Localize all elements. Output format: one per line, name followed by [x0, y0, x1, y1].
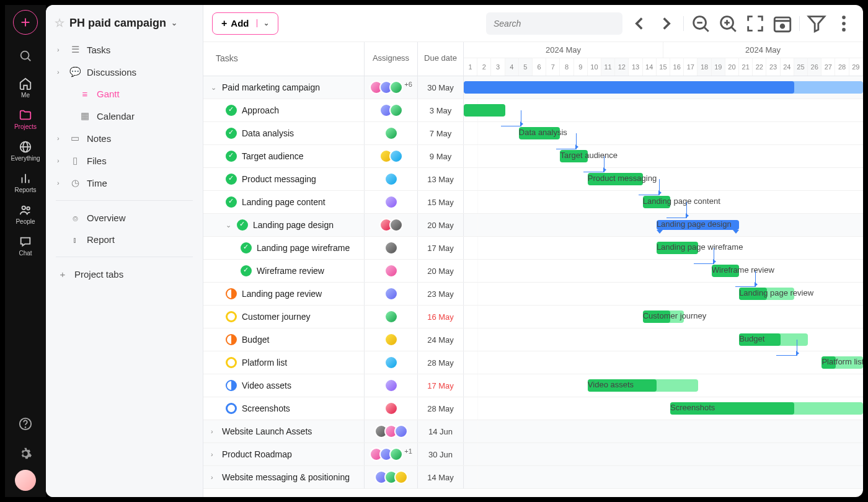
assignee-avatars[interactable]: [379, 149, 403, 163]
assignee-avatars[interactable]: [379, 103, 403, 117]
gantt-cell: [464, 76, 863, 99]
task-row[interactable]: Landing page content15 MayLanding page c…: [203, 191, 863, 214]
chevron-right-icon[interactable]: ›: [211, 428, 217, 435]
assignee-avatars[interactable]: [384, 379, 398, 392]
sidebar-item-calendar[interactable]: ▦Calendar: [52, 105, 197, 127]
rail-item-chat[interactable]: Chat: [11, 230, 40, 262]
assignee-avatars[interactable]: [384, 195, 398, 209]
gantt-bar[interactable]: [464, 104, 505, 117]
task-row[interactable]: Customer journey16 MayCustomer journey: [203, 306, 863, 328]
rail-add-button[interactable]: [13, 10, 38, 35]
rail-item-people[interactable]: People: [11, 198, 40, 230]
avatar: [384, 287, 398, 301]
task-name: Landing page wireframe: [257, 243, 350, 253]
assignee-cell: [365, 237, 418, 259]
task-name-cell: Screenshots: [203, 397, 365, 420]
day-label: 28: [835, 58, 849, 76]
rail-item-everything[interactable]: Everything: [11, 135, 40, 167]
sidebar-item-notes[interactable]: ›▭Notes: [52, 127, 197, 149]
assignee-avatars[interactable]: +1: [370, 447, 412, 461]
more-button[interactable]: [833, 13, 854, 34]
day-label: 26: [808, 58, 822, 76]
task-row[interactable]: ›Product Roadmap+130 Jun: [203, 443, 863, 466]
sidebar-item-files[interactable]: ›▯Files: [52, 149, 197, 172]
svg-line-20: [732, 27, 736, 31]
file-icon: ▯: [69, 155, 81, 166]
task-row[interactable]: ›Website Launch Assets14 Jun: [203, 420, 863, 443]
project-title[interactable]: ☆ PH paid campaign ⌄: [52, 12, 197, 38]
next-button[interactable]: [656, 13, 677, 34]
assignee-avatars[interactable]: [384, 356, 398, 369]
sidebar-item-overview[interactable]: ⌾Overview: [52, 207, 197, 229]
assignee-avatars[interactable]: [384, 172, 398, 186]
gantt-cell: [464, 443, 863, 465]
assignee-avatars[interactable]: [379, 218, 403, 232]
sidebar-item-tasks[interactable]: ›☰Tasks: [52, 38, 197, 61]
bar-chart-icon: [19, 172, 32, 185]
add-button[interactable]: + Add ⌄: [212, 12, 278, 35]
assignee-cell: +1: [365, 443, 418, 465]
search-input[interactable]: [486, 12, 622, 35]
task-row[interactable]: Video assets17 MayVideo assets: [203, 374, 863, 397]
task-row[interactable]: ⌄Paid marketing campaign+630 May: [203, 76, 863, 99]
task-row[interactable]: Screenshots28 MayScreenshots: [203, 397, 863, 420]
day-label: 25: [794, 58, 808, 76]
sidebar-item-discussions[interactable]: ›💬Discussions: [52, 61, 197, 83]
assignee-avatars[interactable]: [374, 470, 408, 484]
zoom-in-button[interactable]: [717, 13, 738, 34]
task-row[interactable]: Target audience9 MayTarget audience: [203, 145, 863, 168]
gantt-bar[interactable]: [464, 81, 794, 94]
star-icon[interactable]: ☆: [55, 16, 64, 30]
task-row[interactable]: Wireframe review20 MayWireframe review: [203, 260, 863, 283]
task-row[interactable]: Landing page wireframe17 MayLanding page…: [203, 237, 863, 260]
task-row[interactable]: ›Website messaging & positioning14 May: [203, 466, 863, 489]
day-label: 11: [601, 58, 615, 76]
project-tabs-button[interactable]: + Project tabs: [52, 263, 197, 285]
status-icon: [226, 288, 237, 299]
assignee-avatars[interactable]: [374, 425, 408, 438]
avatar: [394, 425, 408, 438]
task-row[interactable]: Product messaging13 MayProduct messaging: [203, 168, 863, 191]
rail-item-me[interactable]: Me: [11, 72, 40, 103]
help-button[interactable]: [12, 410, 39, 438]
fit-button[interactable]: [745, 13, 766, 34]
assignee-avatars[interactable]: [384, 402, 398, 415]
gantt-grid[interactable]: Tasks Assigness Due date 2024 May2024 Ma…: [203, 42, 863, 497]
task-row[interactable]: Approach3 May: [203, 99, 863, 122]
task-row[interactable]: Data analysis7 MayData analysis: [203, 122, 863, 145]
task-row[interactable]: Landing page review23 MayLanding page re…: [203, 283, 863, 306]
chevron-down-icon[interactable]: ⌄: [257, 19, 269, 27]
assignee-avatars[interactable]: [384, 126, 398, 140]
user-avatar[interactable]: [15, 470, 36, 491]
assignee-avatars[interactable]: [384, 287, 398, 301]
settings-button[interactable]: [12, 440, 39, 467]
task-row[interactable]: Platform list28 MayPlatform list: [203, 351, 863, 374]
assignee-avatars[interactable]: [384, 333, 398, 346]
prev-button[interactable]: [629, 13, 650, 34]
assignee-avatars[interactable]: [384, 264, 398, 278]
today-button[interactable]: [772, 13, 793, 34]
chevron-right-icon[interactable]: ›: [211, 451, 217, 458]
chevron-down-icon[interactable]: ⌄: [171, 19, 177, 27]
sidebar-item-report[interactable]: ⫾Report: [52, 229, 197, 250]
assignee-cell: [365, 420, 418, 443]
task-row[interactable]: Budget24 MayBudget: [203, 328, 863, 351]
sidebar-item-gantt[interactable]: ≡Gantt: [52, 83, 197, 105]
filter-button[interactable]: [806, 13, 827, 34]
assignee-avatars[interactable]: +6: [370, 81, 412, 94]
due-date-cell: 24 May: [418, 328, 464, 351]
rail-item-reports[interactable]: Reports: [11, 167, 40, 198]
assignee-avatars[interactable]: [384, 241, 398, 255]
chevron-down-icon[interactable]: ⌄: [226, 221, 232, 229]
rail-search-button[interactable]: [12, 42, 39, 69]
rail-item-projects[interactable]: Projects: [11, 103, 40, 135]
day-label: 6: [533, 58, 546, 76]
zoom-out-button[interactable]: [690, 13, 711, 34]
assignee-avatars[interactable]: [384, 310, 398, 324]
chat-bubble-icon: 💬: [69, 66, 81, 77]
sidebar-item-time[interactable]: ›◷Time: [52, 172, 197, 194]
svg-point-27: [842, 28, 846, 32]
chevron-right-icon[interactable]: ›: [211, 473, 217, 481]
chevron-down-icon[interactable]: ⌄: [211, 84, 217, 92]
task-row[interactable]: ⌄Landing page design20 MayLanding page d…: [203, 214, 863, 237]
